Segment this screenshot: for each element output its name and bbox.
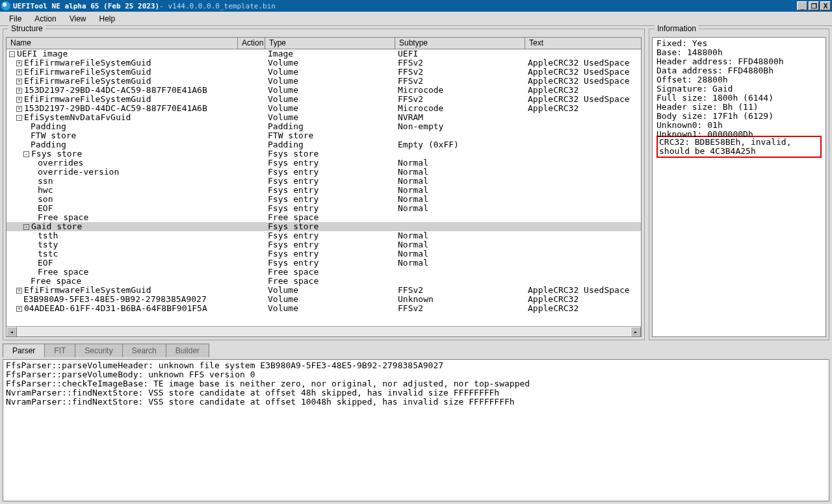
information-title: Information [655,24,699,33]
tree-item-name: Gaid store [31,222,82,231]
expand-icon[interactable]: + [16,69,22,75]
information-content[interactable]: Fixed: YesBase: 148800hHeader address: F… [652,37,826,337]
tree-item-name: tsty [38,240,58,249]
tree-row[interactable]: sonFsys entryNormal [6,195,641,204]
expand-icon[interactable]: + [16,97,22,103]
tree-item-subtype: Normal [395,186,525,195]
title-app: UEFITool NE alpha 65 (Feb 25 2023) [13,2,159,10]
expand-icon[interactable]: + [16,306,22,312]
tree-item-type: Padding [265,122,395,131]
tree-row[interactable]: +EfiFirmwareFileSystemGuidVolumeFFSv2App… [6,68,641,77]
tab-search[interactable]: Search [122,344,166,357]
log-line: NvramParser::findNextStore: VSS store ca… [6,397,826,407]
maximize-button[interactable]: ❐ [809,1,819,10]
tree-item-type: Free space [265,277,395,286]
tree-row[interactable]: PaddingPaddingEmpty (0xFF) [6,140,641,149]
tree-row[interactable]: +153D2197-29BD-44DC-AC59-887F70E41A6BVol… [6,86,641,95]
tree-row[interactable]: -EfiSystemNvDataFvGuidVolumeNVRAM [6,113,641,122]
tree-row[interactable]: +EfiFirmwareFileSystemGuidVolumeFFSv2App… [6,95,641,104]
tree-item-text [525,268,641,277]
tree-item-type: Fsys entry [265,258,395,268]
expand-icon[interactable]: + [16,79,22,84]
tree-item-text [525,168,641,177]
menu-file[interactable]: File [3,13,28,25]
col-header-name[interactable]: Name [6,38,238,49]
menu-view[interactable]: View [63,13,93,25]
log-output[interactable]: FfsParser::parseVolumeHeader: unknown fi… [3,359,829,501]
tree-item-text: AppleCRC32 [525,104,641,113]
tree-row[interactable]: tstyFsys entryNormal [6,240,641,249]
tree-item-text [525,158,641,168]
tree-row[interactable]: E3B980A9-5FE3-48E5-9B92-2798385A9027Volu… [6,295,641,304]
tree-row[interactable]: EOFFsys entryNormal [6,258,641,268]
tree-row[interactable]: -Fsys storeFsys store [6,149,641,158]
col-header-text[interactable]: Text [525,38,641,49]
tree-row[interactable]: overridesFsys entryNormal [6,158,641,168]
tree-row[interactable]: Free spaceFree space [6,213,641,222]
structure-tree[interactable]: Name Action Type Subtype Text -UEFI imag… [6,37,642,337]
scroll-right-button[interactable]: ▸ [630,327,641,337]
info-line: Full size: 1800h (6144) [656,94,822,103]
structure-panel: Structure Name Action Type Subtype Text … [3,29,645,340]
tree-row[interactable]: tsthFsys entryNormal [6,231,641,240]
tree-item-type: Volume [265,104,395,113]
tree-row[interactable]: EOFFsys entryNormal [6,204,641,213]
tree-item-name: EOF [38,204,53,213]
expand-icon[interactable]: + [16,88,22,94]
tree-item-subtype [395,213,525,222]
tree-row[interactable]: +04ADEEAD-61FF-4D31-B6BA-64F8BF901F5AVol… [6,304,641,313]
tree-row[interactable]: ssnFsys entryNormal [6,177,641,186]
col-header-action[interactable]: Action [238,38,265,49]
minimize-button[interactable]: _ [797,1,807,10]
tree-row[interactable]: +EfiFirmwareFileSystemGuidVolumeFFSv2App… [6,286,641,295]
tree-item-text: AppleCRC32 [525,304,641,313]
expand-icon[interactable]: + [16,288,22,294]
tree-item-name: override-version [38,168,119,177]
tree-item-type: Volume [265,77,395,86]
tree-item-name: 153D2197-29BD-44DC-AC59-887F70E41A6B [24,104,207,113]
title-file: - v144.0.0.0.0_template.bin [159,2,276,10]
menu-action[interactable]: Action [28,13,62,25]
collapse-icon[interactable]: - [23,151,29,157]
scroll-track[interactable] [17,327,630,336]
col-header-type[interactable]: Type [265,38,395,49]
tree-item-text [525,222,641,231]
tree-row[interactable]: Free spaceFree space [6,277,641,286]
tree-item-type: Free space [265,213,395,222]
tree-row[interactable]: tstcFsys entryNormal [6,249,641,258]
tree-row[interactable]: PaddingPaddingNon-empty [6,122,641,131]
info-crc32-error: CRC32: BDBE58BEh, invalid, should be 4C3… [656,136,822,158]
tree-row[interactable]: FTW storeFTW store [6,131,641,140]
tree-item-subtype: UEFI [395,49,525,58]
tree-row[interactable]: hwcFsys entryNormal [6,186,641,195]
scroll-left-button[interactable]: ◂ [6,327,17,337]
tree-row[interactable]: +EfiFirmwareFileSystemGuidVolumeFFSv2App… [6,77,641,86]
tab-security[interactable]: Security [75,344,122,357]
tree-row[interactable]: +153D2197-29BD-44DC-AC59-887F70E41A6BVol… [6,104,641,113]
expand-icon[interactable]: + [16,60,22,66]
tree-item-type: Fsys entry [265,195,395,204]
tree-row[interactable]: Free spaceFree space [6,268,641,277]
tab-builder[interactable]: Builder [166,344,209,357]
tree-item-name: EfiFirmwareFileSystemGuid [24,68,151,77]
tree-hscrollbar[interactable]: ◂ ▸ [6,326,641,336]
tree-item-name: tsth [38,231,58,240]
tree-item-name: hwc [38,186,53,195]
tree-row[interactable]: -Gaid storeFsys store [6,222,641,231]
close-button[interactable]: X [820,1,831,10]
collapse-icon[interactable]: - [9,51,15,57]
tree-item-subtype: Microcode [395,104,525,113]
tab-parser[interactable]: Parser [3,344,45,357]
collapse-icon[interactable]: - [16,115,22,121]
titlebar[interactable]: UEFITool NE alpha 65 (Feb 25 2023) - v14… [0,0,832,12]
expand-icon[interactable]: + [16,106,22,112]
menu-help[interactable]: Help [93,13,122,25]
tree-item-text [525,213,641,222]
tab-fit[interactable]: FIT [44,344,75,357]
collapse-icon[interactable]: - [23,224,29,230]
tree-item-subtype: FFSv2 [395,68,525,77]
tree-row[interactable]: override-versionFsys entryNormal [6,168,641,177]
col-header-subtype[interactable]: Subtype [395,38,525,49]
tree-row[interactable]: -UEFI imageImageUEFI [6,49,641,58]
tree-row[interactable]: +EfiFirmwareFileSystemGuidVolumeFFSv2App… [6,58,641,68]
